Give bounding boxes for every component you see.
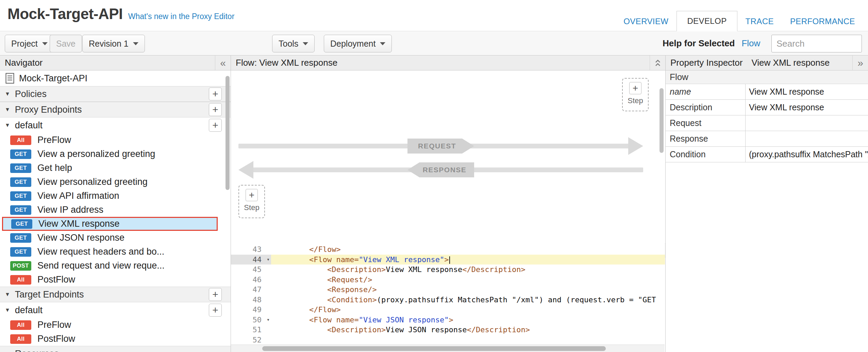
nav-item-label: PostFlow [37,334,75,344]
nav-item-label: View API affirmation [37,191,119,201]
chevron-down-icon [133,42,138,45]
collapse-flow-panel-icon[interactable] [650,55,665,70]
target-endpoint-default-label: default [15,305,43,316]
section-target-endpoints-label: Target Endpoints [15,289,84,300]
plus-icon: + [629,82,641,94]
section-proxy-endpoints[interactable]: ▼ Proxy Endpoints + [0,102,231,117]
help-flow-link[interactable]: Flow [741,38,760,49]
add-target-endpoint-button[interactable]: + [209,288,222,301]
section-target-endpoints[interactable]: ▼ Target Endpoints + [0,287,231,302]
plus-icon: + [246,189,258,201]
tab-develop[interactable]: DEVELOP [677,11,737,31]
code-line-45[interactable]: 45 <Description>View XML response</Descr… [231,265,665,275]
nav-item-view-personalized-greeting[interactable]: GETView personalized greeting [0,175,231,189]
tools-dropdown[interactable]: Tools [272,35,315,52]
code-text: <Flow name="View XML response"> [271,255,665,265]
add-step-label: Step [244,203,259,212]
app-header: Mock-Target-API What's new in the Proxy … [0,0,868,31]
nav-item-proxy-root[interactable]: Mock-Target-API [0,70,231,86]
method-badge: GET [10,149,31,159]
nav-item-postflow[interactable]: AllPostFlow [0,273,231,287]
code-horizontal-scrollbar[interactable] [231,345,665,352]
code-line-50[interactable]: 50▾ <Flow name="View JSON response"> [231,315,665,325]
inspector-label-name: name [666,84,746,99]
request-banner: REQUEST [407,139,474,154]
proxy-endpoint-default[interactable]: ▼ default + [0,117,231,133]
inspector-value-description[interactable]: View XML response [746,100,868,115]
nav-item-view-xml-response[interactable]: GETView XML response [2,217,218,231]
method-badge: All [10,334,31,344]
code-line-49[interactable]: 49 </Flow> [231,305,665,315]
code-line-51[interactable]: 51 <Description>View JSON response</Desc… [231,325,665,335]
nav-item-preflow[interactable]: AllPreFlow [0,318,231,332]
method-badge: GET [11,219,32,229]
code-line-44[interactable]: 44▾ <Flow name="View XML response"> [231,255,665,265]
nav-item-label: View a personalized greeting [37,149,155,159]
chevron-down-icon [303,42,308,45]
nav-item-postflow[interactable]: AllPostFlow [0,332,231,346]
code-text: <Description>View XML response</Descript… [271,265,665,275]
fold-caret-icon[interactable]: ▾ [267,255,270,265]
code-editor[interactable]: 43 </Flow>44▾ <Flow name="View XML respo… [231,242,665,352]
toolbar: Project Save Revision 1 Tools Deployment… [0,32,868,55]
chevron-down-icon [42,42,48,45]
code-line-43[interactable]: 43 </Flow> [231,244,665,255]
tab-performance[interactable]: PERFORMANCE [782,12,863,31]
code-line-52[interactable]: 52 [231,335,665,345]
method-badge: GET [10,191,31,201]
arrow-left-icon [238,161,253,179]
navigator-scrollbar-thumb[interactable] [226,76,230,190]
arrow-right-icon [628,137,643,155]
nav-item-view-api-affirmation[interactable]: GETView API affirmation [0,189,231,203]
nav-item-preflow[interactable]: AllPreFlow [0,133,231,147]
collapse-navigator-icon[interactable]: « [215,55,231,70]
main-area: Navigator « Mock-Target-API ▼ Policies +… [0,55,868,352]
save-button[interactable]: Save [50,35,82,52]
nav-item-get-help[interactable]: GETGet help [0,161,231,175]
line-number: 46 [231,275,271,285]
line-number: 43 [231,244,271,255]
inspector-value-condition[interactable]: (proxy.pathsuffix MatchesPath "/x [746,147,868,162]
add-step-button-response[interactable]: + Step [238,185,265,218]
proxy-endpoint-items: AllPreFlowGETView a personalized greetin… [0,133,231,287]
inspector-value-response[interactable] [746,131,868,146]
code-line-46[interactable]: 46 <Request/> [231,275,665,285]
add-target-flow-button[interactable]: + [209,304,222,317]
add-proxy-endpoint-button[interactable]: + [209,103,222,116]
expand-inspector-icon[interactable]: » [852,55,868,70]
line-number: 45 [231,265,271,275]
revision-dropdown[interactable]: Revision 1 [82,35,145,52]
search-input[interactable] [771,35,862,52]
whats-new-link[interactable]: What's new in the Proxy Editor [128,12,234,21]
section-policies[interactable]: ▼ Policies + [0,86,231,102]
nav-item-view-ip-address[interactable]: GETView IP address [0,203,231,217]
inspector-value-request[interactable] [746,115,868,131]
project-dropdown[interactable]: Project [5,35,54,52]
method-badge: GET [10,163,31,173]
line-number: 47 [231,285,271,295]
code-horizontal-scrollbar-thumb[interactable] [262,346,606,351]
add-step-button-request[interactable]: + Step [622,78,649,111]
fold-caret-icon[interactable]: ▾ [267,315,270,325]
nav-item-view-a-personalized-greeting[interactable]: GETView a personalized greeting [0,147,231,161]
property-inspector-subtitle: View XML response [751,58,830,68]
flow-scrollbar-thumb[interactable] [660,88,664,153]
add-policy-button[interactable]: + [209,87,222,100]
tab-trace[interactable]: TRACE [737,12,782,31]
nav-item-view-json-response[interactable]: GETView JSON response [0,231,231,245]
code-line-48[interactable]: 48 <Condition>(proxy.pathsuffix MatchesP… [231,295,665,305]
deployment-dropdown[interactable]: Deployment [324,35,392,52]
add-proxy-flow-button[interactable]: + [209,119,222,132]
code-line-47[interactable]: 47 <Response/> [231,285,665,295]
section-resources[interactable]: ▼ Resources [0,346,231,352]
triangle-down-icon: ▼ [5,291,10,298]
method-badge: GET [10,177,31,187]
response-banner: RESPONSE [407,162,474,177]
tab-overview[interactable]: OVERVIEW [615,12,677,31]
nav-item-send-request-and-view-reque[interactable]: POSTSend request and view reque... [0,259,231,273]
proxy-endpoint-default-label: default [15,120,43,131]
nav-item-view-request-headers-and-bo[interactable]: GETView request headers and bo... [0,245,231,259]
target-endpoint-default[interactable]: ▼ default + [0,302,231,318]
inspector-value-name[interactable]: View XML response [746,84,868,99]
method-badge: GET [10,233,31,243]
